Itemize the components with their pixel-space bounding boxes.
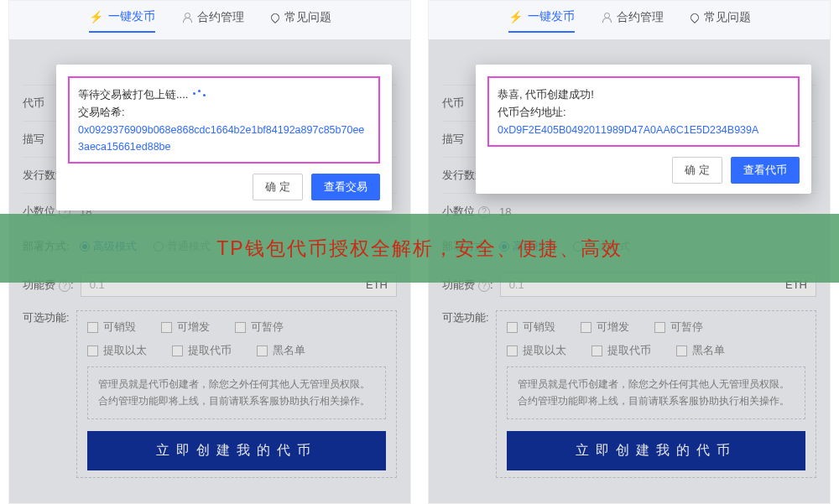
token-address[interactable]: 0xD9F2E405B0492011989D47A0AA6C1E5D234B93… <box>498 122 789 138</box>
tabs: ⚡一键发币 合约管理 常见问题 <box>429 1 830 38</box>
view-tx-button[interactable]: 查看交易 <box>311 174 380 200</box>
modal-title: 恭喜, 代币创建成功! <box>498 86 789 104</box>
tab-issue[interactable]: ⚡一键发币 <box>508 9 575 33</box>
ok-button[interactable]: 确 定 <box>672 157 722 184</box>
tab-faq[interactable]: 常见问题 <box>271 9 331 33</box>
bolt-icon: ⚡ <box>508 10 523 23</box>
bolt-icon: ⚡ <box>89 10 103 23</box>
spinner-icon <box>193 90 206 98</box>
tab-faq[interactable]: 常见问题 <box>690 9 751 33</box>
tab-manage-label: 合约管理 <box>617 10 664 25</box>
ok-button[interactable]: 确 定 <box>253 174 303 200</box>
hash-label: 交易哈希: <box>78 104 370 122</box>
tab-issue[interactable]: ⚡一键发币 <box>89 9 155 33</box>
tabs: ⚡一键发币 合约管理 常见问题 <box>9 1 410 38</box>
tab-manage[interactable]: 合约管理 <box>602 9 664 33</box>
tab-manage-label: 合约管理 <box>197 10 244 25</box>
tab-faq-label: 常见问题 <box>704 10 751 25</box>
modal-success: 恭喜, 代币创建成功! 代币合约地址: 0xD9F2E405B049201198… <box>476 65 811 194</box>
modal-pending: 等待交易被打包上链.... 交易哈希: 0x0929376909b068e868… <box>56 65 392 210</box>
person-icon <box>182 13 192 23</box>
pin-icon <box>688 12 700 23</box>
view-token-button[interactable]: 查看代币 <box>731 157 800 184</box>
modal-title: 等待交易被打包上链.... <box>78 86 370 104</box>
tab-issue-label: 一键发币 <box>108 9 155 24</box>
modal-body: 等待交易被打包上链.... 交易哈希: 0x0929376909b068e868… <box>68 76 380 164</box>
pin-icon <box>268 12 280 23</box>
headline-text: TP钱包代币授权全解析，安全、便捷、高效 <box>216 236 622 262</box>
tab-manage[interactable]: 合约管理 <box>182 9 244 33</box>
tx-hash[interactable]: 0x0929376909b068e868cdc1664b2e1bf84192a8… <box>78 122 370 155</box>
addr-label: 代币合约地址: <box>498 104 789 122</box>
tab-faq-label: 常见问题 <box>284 10 331 25</box>
headline-banner: TP钱包代币授权全解析，安全、便捷、高效 <box>0 214 839 283</box>
modal-body: 恭喜, 代币创建成功! 代币合约地址: 0xD9F2E405B049201198… <box>487 76 800 147</box>
person-icon <box>602 13 612 23</box>
tab-issue-label: 一键发币 <box>528 9 575 24</box>
